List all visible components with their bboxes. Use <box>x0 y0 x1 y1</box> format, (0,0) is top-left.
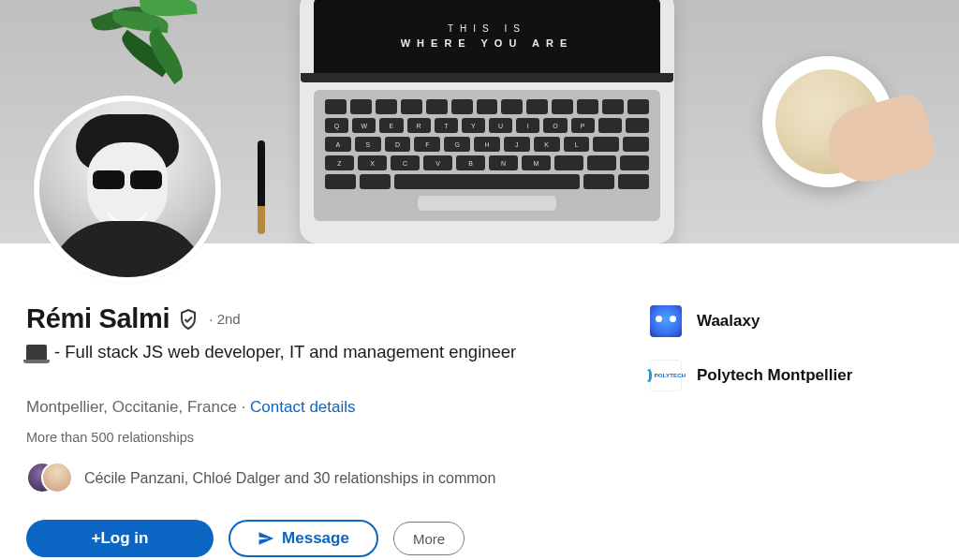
profile-name: Rémi Salmi <box>26 303 170 334</box>
cover-pen-decor <box>258 140 265 234</box>
login-button[interactable]: +Log in <box>26 520 214 557</box>
cover-screen-text-line1: THIS IS <box>448 23 526 34</box>
mutual-avatars <box>26 462 71 495</box>
connection-degree: · 2nd <box>209 311 240 327</box>
mutual-connections-text: Cécile Panzani, Chloé Dalger and 30 rela… <box>84 470 495 487</box>
verified-shield-icon <box>177 308 199 331</box>
cover-coffee-decor <box>762 56 893 187</box>
message-button[interactable]: Message <box>229 520 378 557</box>
cover-screen-text-line2: WHERE YOU ARE <box>401 37 574 49</box>
polytech-logo-icon: POLYTECH <box>650 360 682 391</box>
more-button[interactable]: More <box>393 522 465 555</box>
mutual-connections[interactable]: Cécile Panzani, Chloé Dalger and 30 rela… <box>26 462 516 495</box>
profile-location: Montpellier, Occitanie, France <box>26 398 237 416</box>
cover-plant-decor <box>56 0 215 75</box>
org-waalaxy[interactable]: Waalaxy <box>650 305 931 337</box>
laptop-emoji-icon <box>26 345 47 360</box>
org-name: Polytech Montpellier <box>697 366 852 385</box>
relationship-count[interactable]: More than 500 relationships <box>26 430 516 445</box>
cover-laptop-decor: THIS IS WHERE YOU ARE QWERTYUIOP ASDFGHJ… <box>300 0 674 243</box>
org-polytech[interactable]: POLYTECH Polytech Montpellier <box>650 360 931 391</box>
org-name: Waalaxy <box>697 312 760 331</box>
profile-headline: - Full stack JS web developer, IT and ma… <box>54 342 516 362</box>
contact-details-link[interactable]: Contact details <box>250 398 355 416</box>
waalaxy-logo-icon <box>650 305 682 337</box>
send-icon <box>258 530 274 547</box>
